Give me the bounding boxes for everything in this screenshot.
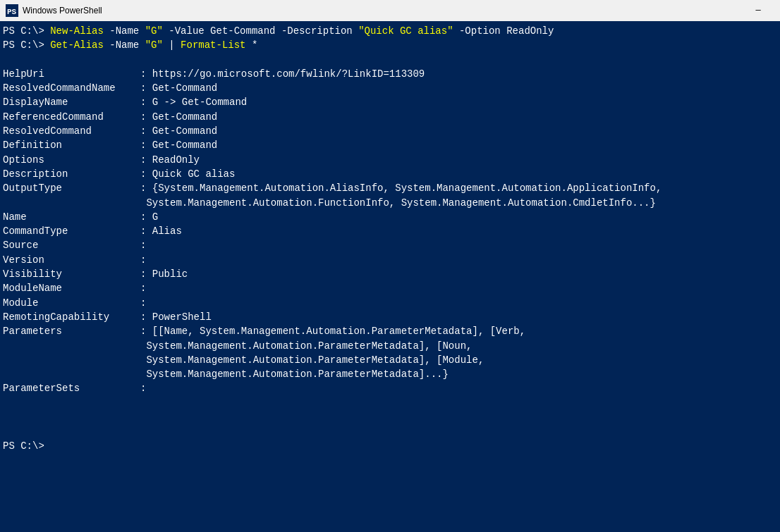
prompt-2: PS C:\> (3, 39, 50, 51)
window-title: Windows PowerShell (23, 6, 102, 16)
output-row-outputtype-cont: System.Management.Automation.FunctionInf… (3, 196, 777, 210)
command-line-2: PS C:\> Get-Alias -Name "G" | Format-Lis… (3, 38, 777, 52)
output-row-commandtype: CommandType : Alias (3, 224, 777, 238)
blank-line (3, 53, 777, 67)
minimize-button[interactable]: — (742, 0, 774, 21)
format-list-cmd: Format-List (181, 39, 245, 51)
output-row-definition: Definition : Get-Command (3, 138, 777, 152)
output-row-parametersets: ParameterSets : (3, 381, 777, 395)
output-row-version: Version : (3, 253, 777, 267)
window-controls: — (742, 0, 774, 21)
app-icon: PS (6, 4, 18, 17)
new-alias-cmd: New-Alias (50, 25, 104, 37)
output-row-visibility: Visibility : Public (3, 267, 777, 281)
blank-line-3 (3, 410, 777, 424)
output-row-parameters-4: System.Management.Automation.ParameterMe… (3, 367, 777, 381)
output-row-parameters-2: System.Management.Automation.ParameterMe… (3, 339, 777, 353)
get-alias-cmd: Get-Alias (50, 39, 104, 51)
final-prompt-line: PS C:\> (3, 439, 777, 453)
output-row-module: Module : (3, 296, 777, 310)
output-row-outputtype: OutputType : {System.Management.Automati… (3, 181, 777, 195)
output-row-options: Options : ReadOnly (3, 153, 777, 167)
title-bar: PS Windows PowerShell — (0, 0, 780, 21)
output-row-modulename: ModuleName : (3, 281, 777, 295)
svg-text:PS: PS (7, 8, 17, 16)
terminal-body: PS C:\> New-Alias -Name "G" -Value Get-C… (0, 21, 780, 453)
output-row-helpuri: HelpUri : https://go.microsoft.com/fwlin… (3, 67, 777, 81)
output-row-resolvedcommand: ResolvedCommand : Get-Command (3, 124, 777, 138)
readonly-keyword: ReadOnly (506, 25, 554, 37)
final-prompt: PS C:\> (3, 440, 44, 452)
output-row-description: Description : Quick GC alias (3, 167, 777, 181)
output-row-parameters: Parameters : [[Name, System.Management.A… (3, 324, 777, 338)
output-row-referencedcommand: ReferencedCommand : Get-Command (3, 110, 777, 124)
blank-line-2 (3, 396, 777, 410)
output-row-remotingcapability: RemotingCapability : PowerShell (3, 310, 777, 324)
output-row-resolvedcommandname: ResolvedCommandName : Get-Command (3, 81, 777, 95)
output-row-source: Source : (3, 238, 777, 252)
command-line-1: PS C:\> New-Alias -Name "G" -Value Get-C… (3, 24, 777, 38)
prompt-1: PS C:\> (3, 25, 50, 37)
output-row-name: Name : G (3, 210, 777, 224)
blank-line-4 (3, 424, 777, 438)
output-row-displayname: DisplayName : G -> Get-Command (3, 95, 777, 109)
output-row-parameters-3: System.Management.Automation.ParameterMe… (3, 353, 777, 367)
output-section: HelpUri : https://go.microsoft.com/fwlin… (3, 67, 777, 396)
